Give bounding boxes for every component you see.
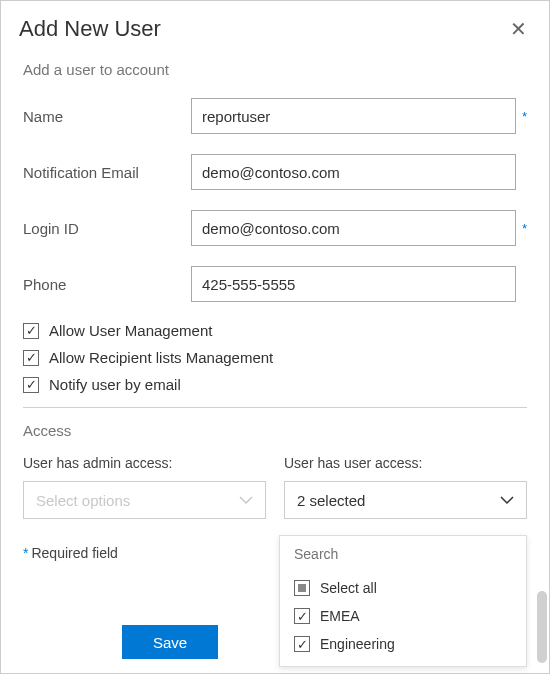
field-row-name: Name * (23, 98, 527, 134)
email-label: Notification Email (23, 164, 191, 181)
name-input[interactable] (191, 98, 516, 134)
checkbox-icon (294, 608, 310, 624)
admin-access-select[interactable]: Select options (23, 481, 266, 519)
phone-input[interactable] (191, 266, 516, 302)
dropdown-option-engineering[interactable]: Engineering (280, 630, 526, 658)
admin-access-label: User has admin access: (23, 455, 266, 471)
user-access-col: User has user access: 2 selected (284, 455, 527, 519)
divider (23, 407, 527, 408)
checkbox-label: Allow Recipient lists Management (49, 349, 273, 366)
user-access-selected-text: 2 selected (297, 492, 365, 509)
login-input[interactable] (191, 210, 516, 246)
access-row: User has admin access: Select options Us… (23, 455, 527, 519)
access-section-title: Access (23, 422, 527, 439)
scrollbar-thumb[interactable] (537, 591, 547, 663)
user-access-select[interactable]: 2 selected (284, 481, 527, 519)
dropdown-option-emea[interactable]: EMEA (280, 602, 526, 630)
checkbox-allow-user-mgmt[interactable]: Allow User Management (23, 322, 527, 339)
checkbox-icon (23, 350, 39, 366)
dropdown-option-label: Select all (320, 580, 377, 596)
dialog-subtitle: Add a user to account (23, 61, 527, 78)
required-star-icon: * (522, 109, 527, 124)
checkbox-notify-email[interactable]: Notify user by email (23, 376, 527, 393)
login-label: Login ID (23, 220, 191, 237)
dialog-content: Add a user to account Name * Notificatio… (1, 53, 549, 561)
chevron-up-icon (500, 496, 514, 505)
checkbox-label: Notify user by email (49, 376, 181, 393)
checkbox-label: Allow User Management (49, 322, 212, 339)
user-access-label: User has user access: (284, 455, 527, 471)
dialog-title: Add New User (19, 16, 161, 42)
field-row-email: Notification Email * (23, 154, 527, 190)
admin-access-col: User has admin access: Select options (23, 455, 266, 519)
checkbox-icon (23, 323, 39, 339)
save-button[interactable]: Save (122, 625, 218, 659)
email-input[interactable] (191, 154, 516, 190)
chevron-down-icon (239, 496, 253, 505)
checkbox-partial-icon (294, 580, 310, 596)
add-user-dialog: Add New User ✕ Add a user to account Nam… (0, 0, 550, 674)
dropdown-option-label: EMEA (320, 608, 360, 624)
required-star-icon: * (23, 545, 28, 561)
required-star-icon: * (522, 221, 527, 236)
dropdown-search-input[interactable] (280, 536, 526, 572)
close-icon[interactable]: ✕ (506, 13, 531, 45)
field-row-login: Login ID * (23, 210, 527, 246)
checkbox-allow-recipient-mgmt[interactable]: Allow Recipient lists Management (23, 349, 527, 366)
user-access-dropdown: Select all EMEA Engineering (279, 535, 527, 667)
dropdown-option-label: Engineering (320, 636, 395, 652)
dropdown-options-list: Select all EMEA Engineering (280, 572, 526, 666)
dialog-header: Add New User ✕ (1, 1, 549, 53)
checkbox-icon (294, 636, 310, 652)
dropdown-option-select-all[interactable]: Select all (280, 574, 526, 602)
phone-label: Phone (23, 276, 191, 293)
field-row-phone: Phone * (23, 266, 527, 302)
admin-access-placeholder: Select options (36, 492, 130, 509)
checkbox-icon (23, 377, 39, 393)
name-label: Name (23, 108, 191, 125)
